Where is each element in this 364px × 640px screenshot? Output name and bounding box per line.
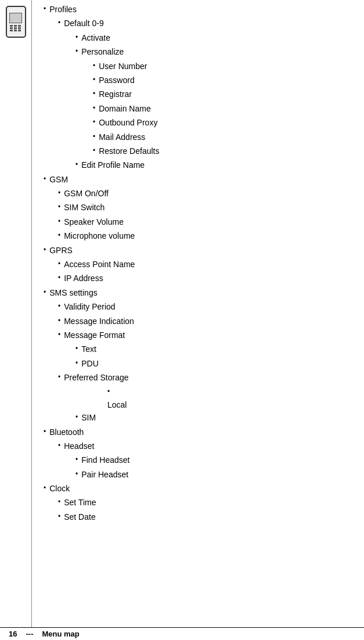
list-item: • — [38, 386, 358, 397]
bullet-icon: • — [93, 103, 95, 114]
bullet-icon: • — [58, 497, 60, 508]
list-item: • GSM — [38, 173, 358, 186]
footer-title: Menu map — [42, 630, 79, 638]
item-label: Set Date — [64, 510, 358, 523]
bullet-icon: • — [93, 131, 95, 142]
list-item: • Message Format — [38, 329, 358, 341]
bullet-icon: • — [44, 3, 46, 15]
list-item: • Clock — [38, 482, 358, 495]
phone-icon — [6, 6, 26, 38]
list-item: • GSM On/Off — [38, 187, 358, 200]
bullet-icon: • — [75, 32, 78, 43]
bullet-icon: • — [93, 60, 95, 71]
item-label: Headset — [64, 440, 358, 452]
page-container: • Profiles • Default 0-9 • Activate • Pe… — [0, 0, 364, 640]
item-label: Default 0-9 — [64, 17, 358, 30]
item-label: Message Format — [64, 329, 358, 341]
bullet-icon: • — [75, 454, 78, 465]
list-item: • Set Time — [38, 496, 358, 509]
item-label: GPRS — [49, 244, 358, 257]
item-label: Local — [107, 400, 127, 409]
item-label: Bluetooth — [49, 426, 358, 438]
list-item: • SMS settings — [38, 286, 358, 299]
bullet-icon: • — [75, 469, 78, 480]
bullet-icon: • — [93, 117, 95, 128]
item-label: User Number — [99, 60, 358, 73]
item-label: Outbound Proxy — [99, 116, 358, 129]
list-item: • SIM Switch — [38, 201, 358, 214]
list-item: • IP Address — [38, 272, 358, 285]
bullet-icon: • — [58, 258, 60, 269]
list-item: • Activate — [38, 31, 358, 44]
list-item: • Find Headset — [38, 454, 358, 466]
list-item: • Edit Profile Name — [38, 159, 358, 171]
item-label: IP Address — [64, 272, 358, 285]
list-item: • Mail Address — [38, 131, 358, 143]
item-label: Mail Address — [99, 131, 358, 143]
list-item: • Message Indication — [38, 315, 358, 328]
bullet-icon: • — [75, 412, 78, 423]
item-label: Access Point Name — [64, 258, 358, 271]
item-label: GSM — [49, 173, 358, 186]
bullet-icon: • — [58, 272, 60, 283]
phone-screen — [9, 13, 22, 23]
bullet-icon: • — [58, 315, 60, 326]
bullet-icon: • — [44, 287, 46, 298]
bullet-icon: • — [58, 230, 60, 241]
bullet-icon: • — [75, 159, 78, 170]
bullet-icon: • — [58, 511, 60, 522]
item-label: Message Indication — [64, 315, 358, 328]
item-label: Edit Profile Name — [81, 159, 358, 171]
list-item: • SIM — [38, 411, 358, 424]
bullet-icon: • — [93, 145, 95, 156]
item-label: Microphone volume — [64, 229, 358, 242]
list-item: • Headset — [38, 440, 358, 452]
list-item: • PDU — [38, 357, 358, 370]
item-label: Text — [81, 343, 358, 355]
list-item: • Microphone volume — [38, 229, 358, 242]
list-item: • User Number — [38, 60, 358, 73]
item-label: SIM Switch — [64, 201, 358, 214]
item-label: Clock — [49, 482, 358, 495]
bullet-icon: • — [58, 202, 60, 213]
bullet-icon: • — [44, 426, 46, 437]
item-label: Speaker Volume — [64, 215, 358, 228]
item-label: PDU — [81, 357, 358, 370]
list-item: • Profiles — [38, 3, 358, 16]
footer: 16 --- Menu map — [0, 627, 364, 640]
item-label: Registrar — [99, 88, 358, 100]
main-content: • Profiles • Default 0-9 • Activate • Pe… — [32, 0, 364, 640]
item-label: SIM — [81, 411, 358, 424]
bullet-icon: • — [75, 343, 78, 354]
list-item: • Domain Name — [38, 102, 358, 115]
bullet-icon: • — [75, 358, 78, 369]
item-label: Personalize — [81, 45, 358, 58]
item-label: Profiles — [49, 3, 358, 16]
list-item: • Bluetooth — [38, 426, 358, 438]
item-label: Domain Name — [99, 102, 358, 115]
list-item: • Restore Defaults — [38, 145, 358, 157]
footer-page-number: 16 — [9, 630, 17, 638]
list-item: Local — [38, 398, 358, 411]
bullet-icon: • — [58, 440, 60, 451]
item-label: Find Headset — [81, 454, 358, 466]
item-label: Preferred Storage — [64, 371, 358, 384]
list-item: • Set Date — [38, 510, 358, 523]
list-item: • GPRS — [38, 244, 358, 257]
bullet-icon: • — [58, 188, 60, 199]
list-item: • Password — [38, 74, 358, 87]
bullet-icon: • — [93, 74, 95, 85]
bullet-icon: • — [75, 46, 78, 57]
phone-keypad — [10, 25, 21, 31]
bullet-icon: • — [58, 329, 60, 340]
item-label: GSM On/Off — [64, 187, 358, 200]
list-item: • Text — [38, 343, 358, 355]
list-item: • Access Point Name — [38, 258, 358, 271]
list-item: • Speaker Volume — [38, 215, 358, 228]
bullet-icon: • — [58, 17, 60, 28]
item-label: Restore Defaults — [99, 145, 358, 157]
list-item: • Default 0-9 — [38, 17, 358, 30]
bullet-icon: • — [58, 372, 60, 383]
footer-separator: --- — [26, 630, 33, 638]
bullet-icon: • — [107, 386, 110, 397]
